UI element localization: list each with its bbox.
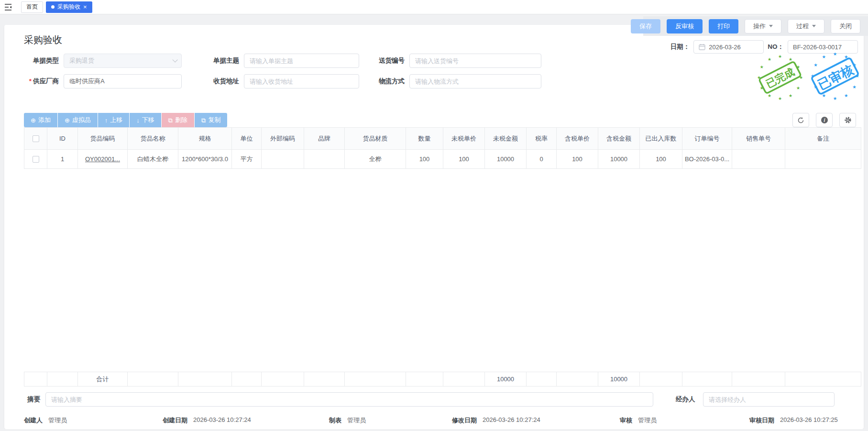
totals-row: 合计 10000 10000 [24,372,861,387]
cell-remark [785,150,861,169]
cell-quantity: 100 [406,150,443,169]
tab-home[interactable]: 首页 [21,1,43,13]
svg-text:★: ★ [768,57,771,62]
doc-type-value: 采购退货 [69,56,94,65]
tab-purchase-acceptance[interactable]: 采购验收 × [46,1,92,13]
operate-dropdown-button[interactable]: 操作 [745,19,781,33]
doc-subject-label: 单据主题 [182,56,239,65]
date-input[interactable]: 2026-03-26 [693,40,764,54]
active-tab-dot-icon [51,5,55,9]
col-taxed-amount: 含税金额 [598,128,640,150]
cell-untaxed-amount: 10000 [485,150,527,169]
close-button[interactable]: 关闭 [831,19,860,33]
auditor-meta: 审核管理员 [620,416,657,425]
col-item-name: 货品名称 [128,128,178,150]
agent-input[interactable] [703,392,835,407]
svg-text:★: ★ [833,96,837,101]
cell-taxed-amount: 10000 [598,150,640,169]
col-tax-rate: 税率 [527,128,557,150]
col-brand: 品牌 [304,128,345,150]
plus-circle-icon: ⊕ [65,117,70,123]
col-external-code: 外部编码 [262,128,304,150]
summary-input[interactable] [45,392,653,407]
select-all-checkbox[interactable] [33,135,39,142]
collapse-sidebar-icon[interactable] [0,0,16,14]
delivery-no-input[interactable] [409,54,541,68]
logistics-input[interactable] [409,74,541,88]
receive-address-label: 收货地址 [182,77,239,86]
process-dropdown-button[interactable]: 过程 [788,19,824,33]
doc-type-select[interactable]: 采购退货 [64,54,182,68]
document-card: 采购验收 日期： 2026-03-26 NO： BF-2026-03-0017 … [4,25,864,429]
cell-brand [304,150,345,169]
no-label: NO： [768,43,784,51]
col-untaxed-amount: 未税金额 [485,128,527,150]
purchase-acceptance-screen: 首页 采购验收 × 保存 反审核 打印 操作 过程 关闭 采购 [0,0,868,431]
cell-sales-no [732,150,785,169]
add-row-button[interactable]: ⊕ 添加 [24,113,57,127]
settings-button[interactable] [839,113,856,127]
grid-toolbar: ⊕ 添加 ⊕ 虚拟品 ↑ 上移 ↓ 下移 ⧉ 删除 ⧉ 复制 [24,113,227,127]
bottom-strip [0,429,868,431]
select-all-cell [24,128,47,150]
svg-text:★: ★ [822,54,826,59]
receive-address-input[interactable] [244,74,359,88]
svg-text:★: ★ [778,96,782,101]
doc-type-label: 单据类型 [13,56,59,65]
refresh-button[interactable] [792,113,809,127]
cell-item-name: 白蜡木全桦 [128,150,178,169]
cell-order-no: BO-2026-03-0... [682,150,732,169]
add-virtual-item-button[interactable]: ⊕ 虚拟品 [58,113,98,127]
summary-row: 摘要 经办人 [4,392,864,407]
audit-date-meta: 审核日期2026-03-26 10:27:25 [749,416,838,425]
creator-meta: 创建人管理员 [24,416,67,425]
process-button-label: 过程 [796,22,809,31]
unaudit-button[interactable]: 反审核 [667,19,703,33]
copy-row-label: 复制 [208,116,220,124]
svg-text:★: ★ [813,62,818,67]
cell-material: 全桦 [345,150,406,169]
date-label: 日期： [670,43,690,51]
save-button[interactable]: 保存 [631,19,660,33]
caret-down-icon [769,25,773,27]
svg-text:★: ★ [789,57,792,62]
caret-down-icon [812,25,816,27]
item-code-link[interactable]: OY002001... [85,155,120,163]
close-tab-icon[interactable]: × [83,4,87,10]
col-item-code: 货品编码 [78,128,128,150]
arrow-up-icon: ↑ [105,117,108,123]
refresh-icon [797,117,804,124]
info-button[interactable]: i [816,113,833,127]
row-checkbox[interactable] [33,156,39,163]
delete-row-button[interactable]: ⧉ 删除 [162,113,194,127]
supplier-input[interactable] [64,74,182,88]
required-asterisk: * [29,77,32,85]
col-outbound-count: 已出入库数 [640,128,682,150]
col-remark: 备注 [785,128,861,150]
cell-unit: 平方 [232,150,262,169]
col-quantity: 数量 [406,128,443,150]
delete-row-label: 删除 [175,116,187,124]
move-down-button[interactable]: ↓ 下移 [130,113,161,127]
close-button-label: 关闭 [839,22,852,31]
cell-untaxed-price: 100 [443,150,485,169]
supplier-label: *供应厂商 [13,77,59,86]
move-up-button[interactable]: ↑ 上移 [98,113,130,127]
form-row-1: 单据类型 采购退货 单据主题 送货编号 [13,54,541,68]
col-untaxed-price: 未税单价 [443,128,485,150]
copy-icon: ⧉ [201,117,206,123]
cell-outbound-count: 100 [640,150,682,169]
move-down-label: 下移 [142,116,154,124]
copy-row-button[interactable]: ⧉ 复制 [195,113,227,127]
virtual-item-label: 虚拟品 [72,116,91,124]
svg-text:★: ★ [844,93,848,98]
totals-taxed-amount: 10000 [598,372,640,387]
agent-label: 经办人 [676,395,695,404]
svg-text:已审核: 已审核 [815,62,856,92]
cell-spec: 1200*600*30/3.0 [178,150,232,169]
print-button[interactable]: 打印 [709,19,738,33]
doc-subject-input[interactable] [244,54,359,68]
table-row[interactable]: 1 OY002001... 白蜡木全桦 1200*600*30/3.0 平方 全… [24,150,861,169]
svg-text:★: ★ [789,93,792,98]
page-title: 采购验收 [24,33,62,46]
